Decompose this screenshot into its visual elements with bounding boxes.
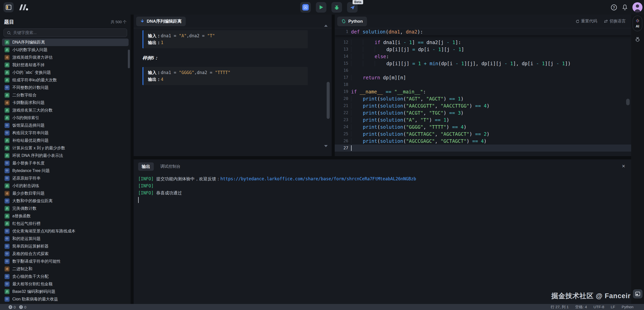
- problem-list-item[interactable]: 易a替换函数: [2, 212, 129, 220]
- console-close-icon[interactable]: ×: [622, 163, 625, 169]
- code-token: dna1[i: [380, 40, 403, 45]
- ai-assistant-button[interactable]: AI: [633, 16, 642, 31]
- problem-list-item[interactable]: 中最大相等分割红包金额: [2, 280, 129, 288]
- code-line[interactable]: 21 print(solution("AACCGGTT", "AACCTTGG"…: [335, 102, 631, 109]
- scroll-up-arrow[interactable]: [324, 25, 328, 27]
- notifications-bell-icon[interactable]: [622, 4, 628, 11]
- problem-list-item[interactable]: 中Bytedance Tree 问题: [2, 167, 129, 175]
- console-tab-debug[interactable]: 调试控制台: [160, 164, 180, 169]
- problem-list-item[interactable]: 中数字翻译成字符串的可能性: [2, 258, 129, 265]
- code-token: "AACCGGTT": [406, 103, 435, 109]
- problem-list-item[interactable]: 中简单四则运算解析器: [2, 243, 129, 250]
- problem-list-item[interactable]: 易红包运气排行榜: [2, 220, 129, 227]
- line-number: 22: [335, 109, 348, 116]
- problem-list-item[interactable]: 中最小替换子串长度: [2, 159, 129, 167]
- code-line[interactable]: 25 print(solution("AGCTTAGC", "AGCTAGCT"…: [335, 130, 631, 137]
- float-window-button[interactable]: [633, 289, 642, 298]
- code-line[interactable]: 27: [335, 145, 631, 152]
- code-token: -: [403, 40, 406, 45]
- code-token: ==: [452, 124, 458, 130]
- problem-list-item[interactable]: 中不同整数的计数问题: [2, 84, 129, 91]
- problem-list-item[interactable]: 中构造回文字符串问题: [2, 129, 129, 137]
- problem-list-item[interactable]: 难卡牌翻面求和问题: [2, 99, 129, 107]
- problem-list-item[interactable]: 易计算从位置 x 到 y 的最少步数: [2, 144, 129, 152]
- problem-list-item[interactable]: 难最少步数归零问题: [2, 190, 129, 197]
- sidebar-scrollbar-thumb[interactable]: [128, 50, 130, 68]
- problem-list-item[interactable]: 易小D的 `abc` 变换问题: [2, 69, 129, 76]
- code-token: (: [403, 103, 406, 109]
- status-item[interactable]: 行 27, 列 1: [551, 305, 569, 309]
- problem-list-item[interactable]: 中饭馆菜品选择问题: [2, 122, 129, 129]
- problem-title: Cion 勒索病毒的最大收益: [12, 297, 58, 302]
- code-token: dna2: [406, 29, 417, 35]
- code-line[interactable]: 19if __name__ == "__main__":: [335, 88, 631, 95]
- debug-button[interactable]: [331, 2, 342, 13]
- problem-list-item[interactable]: 易Base32 编码和解码问题: [2, 288, 129, 295]
- problem-list-item[interactable]: 易二分数字组合: [2, 91, 129, 99]
- help-icon[interactable]: ?: [611, 4, 617, 11]
- code-editor[interactable]: 1def solution(dna1, dna2):12 if dna1[i -…: [335, 28, 631, 152]
- issue-report-button[interactable]: [635, 36, 640, 43]
- problem-list-item[interactable]: 易环状 DNA 序列的最小表示法: [2, 152, 129, 159]
- problem-list-item[interactable]: 难二进制之和: [2, 265, 129, 273]
- user-avatar[interactable]: [632, 2, 642, 12]
- problem-list-item[interactable]: 中和的逆运算问题: [2, 235, 129, 243]
- status-item[interactable]: Python: [622, 305, 633, 309]
- search-input[interactable]: 关键字搜索...: [4, 28, 127, 37]
- problem-list-item[interactable]: 中大数和中的极值位距离: [2, 197, 129, 205]
- problem-list-item[interactable]: 中及格的组合方式探索: [2, 250, 129, 258]
- problem-scrollbar-thumb[interactable]: [327, 82, 330, 119]
- editor-scrollbar-thumb[interactable]: [626, 99, 630, 105]
- problem-list-item[interactable]: 难游戏英雄升级潜力评估: [2, 54, 129, 61]
- run-button[interactable]: [316, 2, 326, 13]
- code-line[interactable]: 17 return dp[m][n]: [335, 74, 631, 81]
- problem-list-item[interactable]: 易小U的数字插入问题: [2, 46, 129, 54]
- code-line[interactable]: 16: [335, 67, 631, 74]
- code-line[interactable]: 22 print(solution("ACGT", "TGC") == 3): [335, 109, 631, 116]
- code-line[interactable]: 14 else:: [335, 53, 631, 60]
- scroll-down-arrow[interactable]: [324, 145, 328, 147]
- warnings-status[interactable]: ! 0: [19, 305, 26, 309]
- new-button[interactable]: [300, 2, 311, 13]
- code-line-sticky[interactable]: 1def solution(dna1, dna2):: [335, 28, 631, 35]
- problem-list-item[interactable]: 中Cion 勒索病毒的最大收益: [2, 295, 129, 303]
- problem-list-item[interactable]: 易完美偶数计数: [2, 205, 129, 212]
- reset-code-button[interactable]: 重置代码: [576, 19, 597, 24]
- code-token: "GCTAGCT": [441, 138, 467, 144]
- code-line[interactable]: 24 print(solution("GGGG", "TTTT") == 4): [335, 123, 631, 130]
- problem-list-item[interactable]: 易组成字符串ku的最大次数: [2, 76, 129, 84]
- problem-list-item[interactable]: 中优化青海湖至景点X的租车路线成本: [2, 227, 129, 235]
- console-link[interactable]: https://bytedance.larkoffice.com/share/b…: [220, 176, 416, 181]
- code-line[interactable]: 20 print(solution("AGT", "AGCT") == 1): [335, 95, 631, 102]
- line-number: 13: [335, 46, 348, 53]
- problem-list-item[interactable]: 易小E的射击训练: [2, 182, 129, 190]
- difficulty-badge: 易: [5, 138, 10, 143]
- console-tab-output[interactable]: 输出: [138, 162, 154, 171]
- switch-language-button[interactable]: 切换语言: [604, 19, 626, 24]
- language-tab-python[interactable]: Python: [337, 17, 367, 26]
- problem-list-item[interactable]: 中还原原始字符串: [2, 175, 129, 182]
- code-line[interactable]: 13 dp[i][j] = dp[i - 1][j - 1]: [335, 46, 631, 53]
- status-item[interactable]: LF: [611, 305, 615, 309]
- code-line[interactable]: 23 print(solution("A", "T") == 1): [335, 116, 631, 123]
- submit-button[interactable]: Beta: [347, 2, 358, 13]
- problem-tab[interactable]: DNA序列编辑距离: [136, 17, 186, 26]
- problem-title: 贪心猫的鱼干大分配: [12, 274, 49, 279]
- code-line[interactable]: 15 dp[i][j] = 1 + min(dp[i - 1][j], dp[i…: [335, 60, 631, 67]
- problem-list-item[interactable]: 易游戏排名第三大的分数: [2, 107, 129, 114]
- code-line[interactable]: 26 print(solution("AGCCGAGC", "GCTAGCT")…: [335, 137, 631, 145]
- errors-status[interactable]: × 0: [9, 305, 16, 309]
- problem-list-item[interactable]: 易我好想逃却逃不掉: [2, 61, 129, 69]
- line-source: return dp[m][n]: [351, 74, 406, 81]
- status-item[interactable]: 空格: 4: [575, 305, 587, 309]
- code-line[interactable]: 18: [335, 81, 631, 88]
- code-line[interactable]: 12 if dna1[i - 1] == dna2[j - 1]:: [335, 39, 631, 46]
- status-item[interactable]: UTF-8: [593, 305, 604, 309]
- problem-list-item[interactable]: 易小S的倒排索引: [2, 114, 129, 122]
- line-source: print(solution("AACCGGTT", "AACCTTGG") =…: [351, 102, 489, 109]
- problem-list-item[interactable]: 易DNA序列编辑距离: [2, 39, 129, 46]
- sidebar-toggle-button[interactable]: [4, 2, 14, 12]
- problem-list-item[interactable]: 中贪心猫的鱼干大分配: [2, 273, 129, 280]
- problem-list-item[interactable]: 易补给站最优花费问题: [2, 137, 129, 144]
- problem-title: 不同整数的计数问题: [12, 85, 49, 90]
